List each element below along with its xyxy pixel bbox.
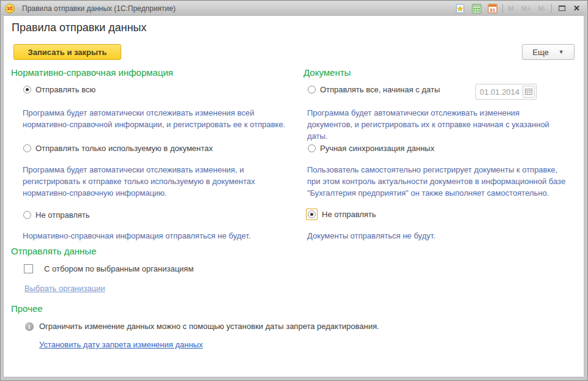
radio-button-icon — [23, 86, 31, 94]
docs-manual-sync-description: Пользователь самостоятельно регистрирует… — [307, 164, 588, 199]
titlebar-controls: 31 M M+ M- ✕ — [455, 3, 582, 14]
checkbox-filter-by-orgs[interactable]: С отбором по выбранным организациям — [24, 264, 193, 273]
radio-button-icon — [308, 210, 316, 218]
save-and-close-button[interactable]: Записать и закрыть — [13, 44, 121, 60]
radio-button-icon — [23, 144, 31, 152]
docs-send-all-description: Программа будет автоматически отслеживат… — [307, 107, 576, 142]
nsi-send-all-description: Программа будет автоматически отслеживат… — [23, 107, 304, 130]
radio-label: Отправлять все, начиная с даты — [320, 85, 440, 94]
docs-do-not-send-description: Документы отправляться не будут. — [307, 230, 588, 242]
radio-docs-send-all-from-date[interactable]: Отправлять все, начиная с даты — [308, 85, 440, 94]
radio-nsi-do-not-send[interactable]: Не отправлять — [23, 210, 90, 220]
checkbox-icon — [24, 264, 33, 273]
1c-logo-icon: 1С — [5, 4, 15, 13]
memory-m-button[interactable]: M — [507, 5, 516, 12]
window-title: Правила отправки данных (1С:Предприятие) — [22, 4, 455, 13]
nsi-send-used-description: Программа будет автоматически отслеживат… — [23, 164, 304, 199]
radio-label: Не отправлять — [35, 210, 90, 220]
radio-docs-do-not-send[interactable]: Не отправлять — [306, 209, 376, 220]
section-header-send-data: Отправлять данные — [11, 246, 96, 256]
radio-label: Ручная синхронизация данных — [320, 144, 434, 153]
select-organizations-link[interactable]: Выбрать организации — [24, 284, 105, 293]
close-button[interactable]: ✕ — [571, 4, 582, 12]
more-button-label: Еще — [532, 48, 548, 57]
section-header-other: Прочее — [11, 303, 43, 314]
maximize-icon — [559, 6, 565, 11]
checkbox-label: С отбором по выбранным организациям — [44, 264, 193, 273]
nsi-do-not-send-description: Нормативно-справочная информация отправл… — [23, 230, 304, 242]
start-date-field-group — [475, 84, 537, 100]
calendar-icon[interactable]: 31 — [486, 3, 499, 14]
memory-m-plus-button[interactable]: M+ — [519, 5, 533, 12]
memory-m-minus-button[interactable]: M- — [536, 5, 548, 12]
section-header-documents: Документы — [303, 67, 351, 78]
radio-button-icon — [308, 86, 316, 94]
maximize-button[interactable] — [556, 3, 568, 14]
titlebar-separator-2 — [551, 4, 552, 13]
start-date-input[interactable] — [476, 87, 523, 97]
radio-label: Отправлять только используемую в докумен… — [35, 144, 213, 153]
radio-label: Отправлять всю — [35, 85, 95, 94]
calendar-picker-icon[interactable] — [523, 86, 535, 98]
radio-button-icon — [23, 211, 31, 219]
radio-nsi-send-all[interactable]: Отправлять всю — [23, 85, 95, 94]
titlebar-separator — [502, 4, 503, 13]
radio-label: Не отправлять — [322, 210, 376, 219]
svg-text:31: 31 — [489, 7, 495, 12]
focus-outline — [306, 209, 318, 220]
radio-docs-manual-sync[interactable]: Ручная синхронизация данных — [308, 144, 434, 153]
set-restriction-date-link[interactable]: Установить дату запрета изменения данных — [39, 340, 203, 349]
chevron-down-icon: ▼ — [559, 49, 564, 55]
info-text: Ограничить изменение данных можно с помо… — [39, 322, 379, 331]
section-header-nsi: Нормативно-справочная информация — [11, 67, 173, 78]
calculator-icon[interactable] — [471, 3, 483, 14]
page-title: Правила отправки данных — [12, 21, 147, 34]
titlebar: 1С Правила отправки данных (1С:Предприят… — [1, 1, 587, 15]
favorites-icon[interactable] — [455, 3, 467, 14]
info-row: i Ограничить изменение данных можно с по… — [25, 322, 539, 331]
radio-button-icon — [308, 144, 316, 152]
info-icon: i — [25, 322, 34, 331]
more-button[interactable]: Еще ▼ — [522, 44, 575, 60]
app-window: 1С Правила отправки данных (1С:Предприят… — [0, 0, 588, 381]
radio-nsi-send-used-only[interactable]: Отправлять только используемую в докумен… — [23, 144, 213, 153]
